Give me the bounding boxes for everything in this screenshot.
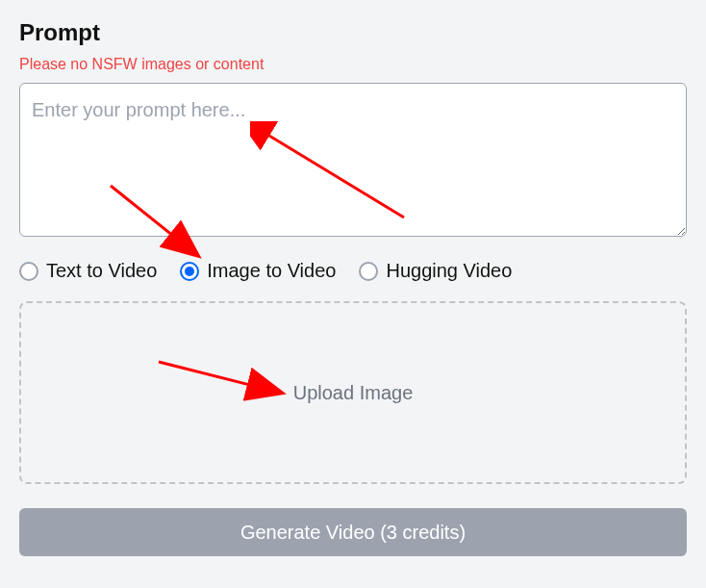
radio-icon bbox=[359, 262, 378, 281]
annotation-arrow-icon bbox=[151, 356, 295, 404]
upload-label: Upload Image bbox=[293, 382, 414, 404]
radio-image-to-video[interactable]: Image to Video bbox=[180, 260, 336, 282]
radio-hugging-video[interactable]: Hugging Video bbox=[359, 260, 512, 282]
radio-label: Text to Video bbox=[46, 260, 157, 282]
svg-line-5 bbox=[159, 362, 281, 393]
prompt-form: Prompt Please no NSFW images or content … bbox=[19, 19, 687, 556]
upload-dropzone[interactable]: Upload Image bbox=[19, 301, 687, 484]
section-heading: Prompt bbox=[19, 19, 687, 46]
radio-icon bbox=[180, 262, 199, 281]
prompt-textarea[interactable] bbox=[19, 83, 687, 237]
radio-icon bbox=[19, 262, 38, 281]
radio-text-to-video[interactable]: Text to Video bbox=[19, 260, 157, 282]
radio-label: Image to Video bbox=[207, 260, 336, 282]
radio-label: Hugging Video bbox=[386, 260, 512, 282]
generate-button[interactable]: Generate Video (3 credits) bbox=[19, 508, 687, 556]
nsfw-warning: Please no NSFW images or content bbox=[19, 56, 687, 73]
mode-radio-group: Text to Video Image to Video Hugging Vid… bbox=[19, 260, 687, 282]
